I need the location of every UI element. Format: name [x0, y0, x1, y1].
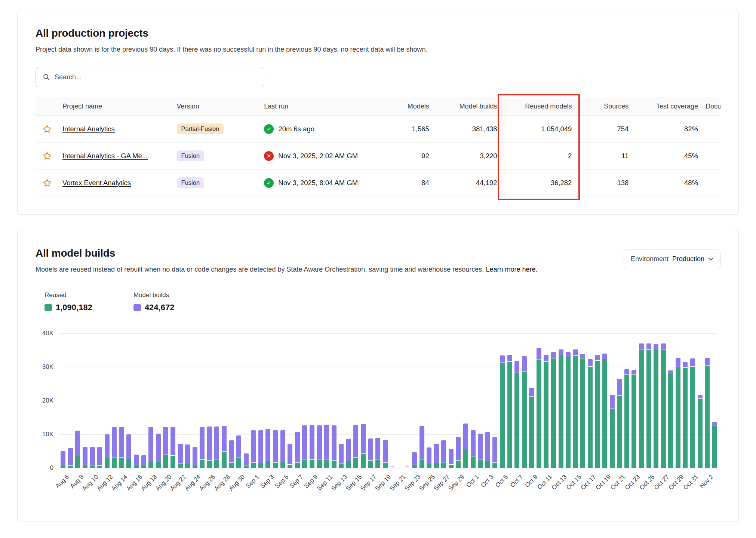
chart-bar[interactable] — [456, 437, 461, 468]
chart-bar[interactable] — [668, 370, 673, 468]
chart-bar[interactable] — [463, 424, 468, 468]
chart-bar[interactable] — [646, 343, 651, 468]
chart-bar[interactable] — [397, 468, 402, 468]
chart-bar[interactable] — [251, 430, 256, 468]
chart-bar[interactable] — [573, 349, 578, 468]
favorite-star-button[interactable] — [42, 177, 53, 189]
chart-bar[interactable] — [705, 358, 710, 468]
chart-bar[interactable] — [602, 354, 607, 468]
chart-bar[interactable] — [310, 425, 314, 468]
chart-bar[interactable] — [654, 344, 658, 468]
chart-bar[interactable] — [295, 432, 300, 468]
chart-bar[interactable] — [566, 352, 571, 468]
chart-bar[interactable] — [595, 355, 600, 468]
chart-bar[interactable] — [68, 448, 73, 468]
chart-bar[interactable] — [353, 425, 358, 468]
chart-bar[interactable] — [383, 440, 388, 468]
chart-bar[interactable] — [551, 352, 556, 468]
chart-bar[interactable] — [236, 435, 241, 468]
chart-bar[interactable] — [500, 355, 505, 468]
project-name-link[interactable]: Vortex Event Analytics — [62, 179, 131, 187]
chart-bar[interactable] — [112, 427, 117, 468]
chart-bar[interactable] — [580, 354, 585, 468]
chart-bar[interactable] — [339, 444, 344, 468]
chart-bar[interactable] — [588, 359, 593, 468]
chart-bar[interactable] — [420, 426, 424, 468]
chart-bar[interactable] — [193, 447, 197, 468]
chart-bar[interactable] — [288, 444, 292, 468]
chart-bar[interactable] — [156, 434, 161, 468]
chart-bar[interactable] — [324, 425, 329, 468]
chart-bar[interactable] — [97, 447, 102, 468]
chart-bar[interactable] — [449, 449, 454, 468]
chart-bar[interactable] — [163, 427, 168, 468]
project-name-link[interactable]: Internal Analytics - GA Me... — [62, 152, 148, 160]
chart-bar[interactable] — [170, 427, 175, 468]
chart-bar[interactable] — [119, 427, 124, 468]
chart-bar[interactable] — [492, 437, 497, 468]
chart-bar[interactable] — [544, 355, 548, 468]
chart-bar[interactable] — [185, 444, 190, 468]
favorite-star-button[interactable] — [42, 150, 53, 162]
chart-bar[interactable] — [280, 430, 285, 468]
chart-bar[interactable] — [610, 395, 615, 468]
chart-bar[interactable] — [478, 434, 483, 468]
learn-more-link[interactable]: Learn more here. — [486, 266, 537, 273]
chart-bar[interactable] — [346, 439, 351, 468]
chart-bar[interactable] — [273, 430, 278, 468]
environment-select[interactable]: Environment Production — [624, 250, 720, 268]
chart-bar[interactable] — [361, 424, 366, 468]
chart-bar[interactable] — [712, 422, 717, 468]
chart-bar[interactable] — [427, 447, 431, 468]
chart-bar[interactable] — [302, 425, 307, 468]
chart-bar[interactable] — [214, 427, 219, 468]
chart-bar[interactable] — [485, 432, 490, 468]
chart-bar[interactable] — [390, 467, 395, 468]
chart-bar[interactable] — [61, 451, 65, 468]
chart-bar[interactable] — [178, 444, 183, 468]
chart-bar[interactable] — [631, 370, 636, 468]
chart-bar[interactable] — [522, 356, 527, 468]
chart-bar[interactable] — [229, 440, 234, 468]
chart-bar[interactable] — [690, 358, 695, 468]
chart-bar[interactable] — [624, 369, 629, 468]
chart-bar[interactable] — [105, 434, 110, 468]
chart-bar[interactable] — [529, 388, 534, 468]
chart-bar[interactable] — [537, 348, 541, 468]
chart-bar[interactable] — [405, 467, 409, 468]
chart-bar[interactable] — [617, 379, 622, 468]
search-box[interactable] — [36, 67, 264, 87]
chart-bar[interactable] — [507, 355, 512, 468]
chart-bar[interactable] — [317, 425, 322, 468]
chart-bar[interactable] — [683, 362, 688, 468]
chart-bar[interactable] — [639, 343, 644, 468]
chart-bar[interactable] — [559, 349, 563, 468]
chart-bar[interactable] — [265, 429, 270, 468]
chart-bar[interactable] — [258, 430, 263, 468]
chart-bar[interactable] — [471, 430, 476, 468]
chart-bar[interactable] — [244, 453, 249, 468]
chart-bar[interactable] — [222, 426, 227, 468]
chart-bar[interactable] — [141, 455, 146, 468]
chart-bar[interactable] — [148, 427, 153, 468]
chart-bar[interactable] — [126, 434, 131, 468]
chart-bar[interactable] — [661, 343, 666, 468]
project-name-link[interactable]: Internal Analytics — [62, 125, 115, 133]
chart-bar[interactable] — [434, 444, 439, 468]
chart-bar[interactable] — [75, 431, 80, 468]
chart-bar[interactable] — [90, 447, 95, 468]
chart-bar[interactable] — [412, 452, 417, 468]
search-input[interactable] — [55, 73, 257, 81]
chart-bar[interactable] — [332, 425, 336, 468]
chart-bar[interactable] — [514, 361, 519, 468]
chart-bar[interactable] — [676, 358, 680, 468]
chart-bar[interactable] — [441, 440, 446, 468]
chart-bar[interactable] — [207, 427, 212, 468]
chart-bar[interactable] — [698, 395, 703, 468]
chart-bar[interactable] — [375, 438, 380, 468]
chart-bar[interactable] — [368, 438, 373, 468]
favorite-star-button[interactable] — [42, 123, 53, 135]
chart-bar[interactable] — [200, 427, 205, 468]
chart-bar[interactable] — [83, 447, 87, 468]
chart-bar[interactable] — [134, 455, 139, 468]
